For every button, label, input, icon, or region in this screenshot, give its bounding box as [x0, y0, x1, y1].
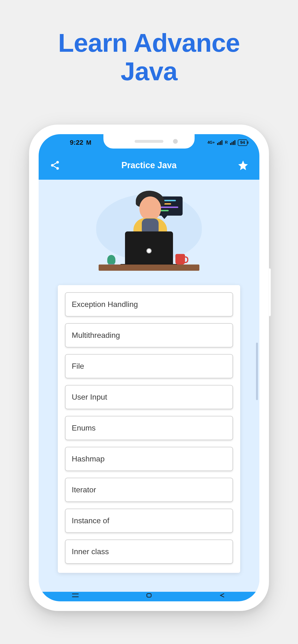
phone-side-button	[268, 268, 271, 316]
promo-title-line2: Java	[121, 57, 177, 86]
topics-list: Exception Handling Multithreading File U…	[58, 285, 240, 573]
topic-label: Iterator	[72, 486, 96, 494]
app-bar: Practice Java	[39, 151, 259, 180]
topic-label: User Input	[72, 393, 107, 401]
recents-icon[interactable]	[71, 593, 80, 598]
topic-item[interactable]: Enums	[65, 416, 233, 440]
topic-item[interactable]: Inner class	[65, 540, 233, 564]
svg-rect-3	[147, 594, 151, 597]
signal-icon	[217, 140, 222, 145]
topic-label: File	[72, 362, 84, 370]
signal-icon-2	[230, 140, 235, 145]
promo-heading: Learn Advance Java	[0, 0, 298, 86]
share-icon	[50, 160, 60, 170]
laptop-icon	[125, 232, 173, 265]
topic-item[interactable]: User Input	[65, 385, 233, 409]
topic-label: Inner class	[72, 547, 109, 556]
topic-item[interactable]: Instance of	[65, 509, 233, 533]
topic-label: Multithreading	[72, 331, 120, 340]
promo-title-line1: Learn Advance	[58, 28, 240, 57]
phone-frame: 9:22 M 4G+ R 94 Practice Java	[29, 124, 269, 611]
status-time: 9:22	[70, 139, 83, 146]
share-button[interactable]	[48, 158, 62, 172]
home-icon[interactable]	[144, 593, 154, 598]
topic-label: Enums	[72, 424, 96, 432]
svg-point-2	[56, 167, 59, 170]
scroll-indicator	[256, 342, 258, 400]
system-nav-bar	[39, 592, 259, 601]
topic-label: Exception Handling	[72, 300, 138, 308]
topic-item[interactable]: File	[65, 354, 233, 378]
topic-item[interactable]: Iterator	[65, 478, 233, 502]
network-label-2: R	[225, 141, 228, 144]
topic-item[interactable]: Exception Handling	[65, 292, 233, 316]
topic-label: Instance of	[72, 516, 109, 525]
phone-screen: 9:22 M 4G+ R 94 Practice Java	[39, 134, 259, 601]
star-icon	[237, 160, 249, 171]
favorite-button[interactable]	[236, 158, 250, 172]
app-bar-title: Practice Java	[121, 160, 177, 170]
phone-notch	[103, 134, 195, 148]
front-camera	[173, 139, 178, 144]
speaker-grill	[135, 140, 163, 143]
status-app-icon: M	[86, 139, 91, 146]
hero-illustration	[39, 180, 259, 285]
content-area: Exception Handling Multithreading File U…	[39, 180, 259, 582]
mug-icon	[175, 254, 185, 264]
svg-point-0	[56, 161, 59, 164]
network-label-1: 4G+	[208, 141, 215, 144]
topic-item[interactable]: Multithreading	[65, 323, 233, 348]
svg-point-1	[51, 164, 54, 167]
topic-label: Hashmap	[72, 454, 105, 463]
plant-icon	[107, 255, 115, 264]
topic-item[interactable]: Hashmap	[65, 447, 233, 471]
back-icon[interactable]	[218, 593, 227, 598]
battery-indicator: 94	[238, 140, 247, 146]
